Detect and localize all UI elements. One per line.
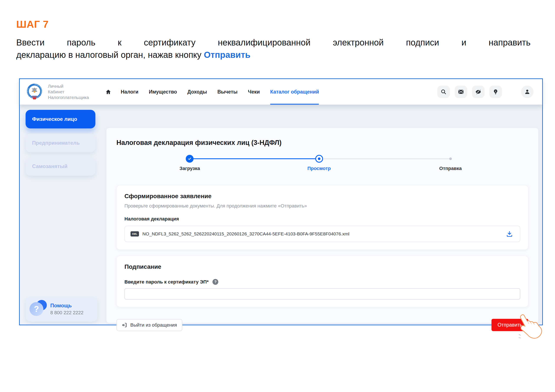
header-icon-buttons — [437, 86, 533, 98]
step-heading: ШАГ 7 — [16, 18, 49, 30]
password-help-icon[interactable]: ? — [212, 279, 218, 285]
pointer-hand-cursor — [515, 311, 546, 345]
step-description-line2-text: декларацию в налоговый орган, нажав кноп… — [16, 50, 201, 60]
step-send-label: Отправка — [439, 166, 462, 171]
step-done-icon — [186, 155, 194, 163]
formed-application-card: Сформированное заявление Проверьте сформ… — [117, 185, 528, 250]
exit-icon — [122, 322, 127, 328]
stepper-line-done — [190, 158, 319, 159]
step-upload: Загрузка — [180, 155, 200, 171]
nav-item-property[interactable]: Имущество — [149, 79, 177, 105]
xml-file-icon: XML — [131, 231, 139, 236]
app-window: ФЕДЕРАЛЬНАЯ НАЛОГОВАЯ СЛУЖБА Личный Каби… — [19, 78, 543, 325]
profile-button[interactable] — [521, 86, 533, 98]
certificate-password-label: Введите пароль к сертификату ЭП* — [124, 279, 209, 285]
messages-button[interactable] — [455, 86, 467, 98]
main-panel: Налоговая декларация физических лиц (3-Н… — [106, 128, 538, 323]
person-icon — [524, 89, 530, 95]
exit-request-label: Выйти из обращения — [130, 322, 177, 328]
declaration-file-row: XML NO_NDFL3_5262_5262_526220240115_2026… — [124, 226, 520, 242]
nav-item-taxes[interactable]: Налоги — [121, 79, 138, 105]
brand-line2: Кабинет — [48, 89, 95, 95]
main-nav: Налоги Имущество Доходы Вычеты Чеки Ката… — [121, 79, 319, 105]
certificate-password-input[interactable] — [124, 288, 520, 299]
accessibility-vision-button[interactable] — [472, 86, 485, 98]
search-button[interactable] — [437, 86, 450, 98]
brand-line3: Налогоплательщика — [48, 95, 95, 100]
nav-item-receipts[interactable]: Чеки — [248, 79, 260, 105]
download-icon — [506, 230, 513, 237]
exit-request-button[interactable]: Выйти из обращения — [117, 319, 182, 331]
tax-declaration-label: Налоговая декларация — [124, 216, 520, 222]
send-keyword: Отправить — [204, 50, 250, 60]
brand-line1: Личный — [48, 83, 95, 89]
step-description-line1: Ввести пароль к сертификату неквалифицир… — [16, 36, 531, 49]
app-body: Физическое лицо Предприниматель Самозаня… — [20, 105, 542, 325]
app-header: ФЕДЕРАЛЬНАЯ НАЛОГОВАЯ СЛУЖБА Личный Каби… — [20, 79, 542, 105]
step-upload-label: Загрузка — [180, 166, 200, 171]
search-icon — [440, 89, 447, 95]
formed-application-subtitle: Проверьте сформированные документы. Для … — [124, 203, 520, 209]
signing-title: Подписание — [124, 263, 520, 270]
nav-item-deductions[interactable]: Вычеты — [218, 79, 238, 105]
help-title: Помощь — [50, 303, 83, 309]
step-current-icon — [315, 155, 323, 163]
mail-icon — [458, 89, 464, 95]
download-file-button[interactable] — [505, 229, 514, 239]
lightbulb-icon — [493, 89, 499, 95]
question-mark-icon: ? — [29, 300, 47, 318]
sidebar-item-self-employed[interactable]: Самозанятый — [26, 157, 95, 176]
brand-name: Личный Кабинет Налогоплательщика — [48, 83, 95, 100]
nav-item-requests-catalog[interactable]: Каталог обращений — [270, 79, 319, 105]
home-nav-button[interactable] — [105, 89, 111, 95]
step-upcoming-icon — [449, 157, 452, 160]
step-review-label: Просмотр — [307, 166, 331, 171]
sidebar-item-individual[interactable]: Физическое лицо — [26, 110, 95, 128]
fns-logo: ФЕДЕРАЛЬНАЯ НАЛОГОВАЯ СЛУЖБА — [25, 83, 44, 101]
page-title: Налоговая декларация физических лиц (3-Н… — [117, 139, 528, 147]
eye-off-icon — [475, 89, 481, 95]
sidebar-item-entrepreneur[interactable]: Предприниматель — [26, 134, 95, 152]
signing-card: Подписание Введите пароль к сертификату … — [117, 256, 528, 307]
help-phone: 8 800 222 2222 — [50, 310, 83, 315]
nav-item-income[interactable]: Доходы — [187, 79, 207, 105]
help-card[interactable]: ? Помощь 8 800 222 2222 — [26, 297, 98, 322]
step-description-line2: декларацию в налоговый орган, нажав кноп… — [16, 49, 531, 61]
step-send: Отправка — [439, 155, 462, 171]
progress-stepper: Загрузка Просмотр Отправка — [117, 155, 528, 176]
formed-application-title: Сформированное заявление — [124, 193, 520, 200]
declaration-file-name: NO_NDFL3_5262_5262_526220240115_20260126… — [142, 231, 350, 236]
home-icon — [105, 89, 111, 95]
actions-row: Выйти из обращения Отправить — [117, 319, 528, 331]
step-description: Ввести пароль к сертификату неквалифицир… — [16, 36, 531, 61]
tips-button[interactable] — [489, 86, 502, 98]
stepper-line-upcoming — [319, 158, 451, 159]
step-review: Просмотр — [307, 155, 331, 171]
